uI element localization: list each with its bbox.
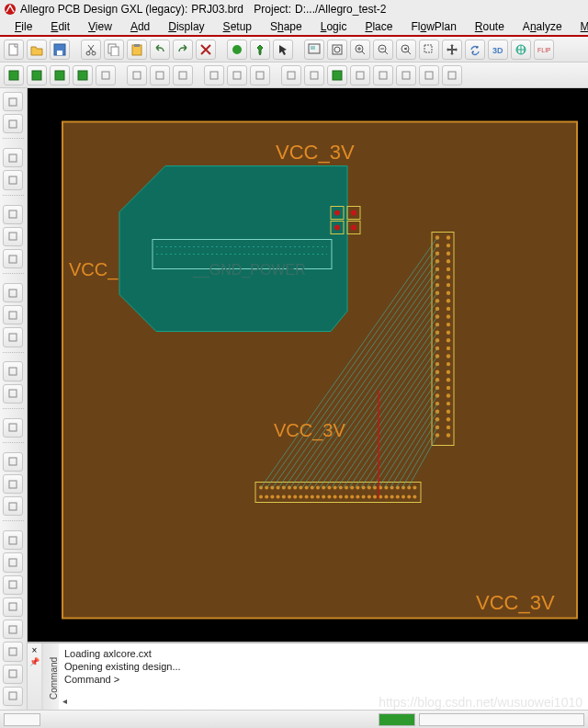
ruler-a[interactable]	[3, 148, 23, 167]
target[interactable]	[227, 65, 247, 85]
copy[interactable]	[104, 40, 124, 60]
board-outline[interactable]	[96, 65, 116, 85]
layer-pin[interactable]	[50, 65, 70, 85]
redo[interactable]	[173, 40, 193, 60]
cut[interactable]	[81, 40, 101, 60]
flip[interactable]: FLIP	[534, 40, 554, 60]
menu-edit[interactable]: Edit	[41, 18, 79, 35]
pcb-canvas[interactable]: VCC_3V VCC_ __GND_POWER VCC_3V VCC_3V	[28, 88, 588, 642]
layer-stack[interactable]	[327, 65, 347, 85]
scroll-left-icon[interactable]: ◂	[62, 695, 67, 708]
layer-via[interactable]	[73, 65, 93, 85]
new-file[interactable]	[4, 40, 24, 60]
zoom-area[interactable]	[419, 40, 439, 60]
menu-route[interactable]: Route	[466, 18, 514, 35]
ortho[interactable]	[3, 249, 23, 268]
menu-view[interactable]: View	[79, 18, 121, 35]
ruler-b[interactable]	[3, 170, 23, 189]
svg-point-147	[299, 495, 302, 499]
pick[interactable]	[204, 65, 224, 85]
snap-grid[interactable]	[3, 227, 23, 246]
svg-point-139	[277, 495, 280, 499]
trace-c[interactable]	[3, 327, 23, 347]
rail-2[interactable]	[3, 552, 23, 572]
pan[interactable]	[442, 40, 462, 60]
command-log[interactable]: Loading axlcore.cxt Opening existing des…	[59, 643, 588, 710]
menu-add[interactable]: Add	[121, 18, 159, 35]
shape-fill[interactable]	[150, 65, 170, 85]
line-a[interactable]	[3, 418, 23, 438]
grid-dots[interactable]	[127, 65, 147, 85]
palette2[interactable]	[304, 65, 324, 85]
svg-point-100	[447, 314, 450, 318]
layer-top[interactable]	[4, 65, 24, 85]
rail-4[interactable]	[3, 597, 23, 617]
menu-setup[interactable]: Setup	[214, 18, 261, 35]
block-a[interactable]	[3, 452, 23, 472]
zoom-prev[interactable]	[396, 40, 416, 60]
zoom-out[interactable]	[373, 40, 393, 60]
export[interactable]	[442, 65, 462, 85]
zoom-in[interactable]	[350, 40, 370, 60]
svg-text:FLIP: FLIP	[537, 47, 550, 53]
mode-a[interactable]	[3, 92, 23, 111]
svg-rect-58	[9, 559, 17, 566]
confirm[interactable]	[227, 40, 247, 60]
globe[interactable]	[511, 40, 531, 60]
window-zoom[interactable]	[304, 40, 324, 60]
command-tab[interactable]: Command	[42, 643, 59, 710]
menu-analyze[interactable]: Analyze	[514, 18, 571, 35]
svg-point-111	[435, 362, 439, 366]
pin[interactable]	[250, 40, 270, 60]
select-mode[interactable]	[173, 65, 193, 85]
grid2[interactable]	[250, 65, 270, 85]
svg-point-167	[356, 495, 359, 499]
shape-rect[interactable]	[396, 65, 416, 85]
text-a[interactable]	[3, 474, 23, 494]
trace-b[interactable]	[3, 305, 23, 324]
close-icon[interactable]: ×	[32, 645, 38, 655]
meas-b[interactable]	[3, 384, 23, 404]
svg-point-161	[339, 495, 343, 499]
pin-icon[interactable]: 📌	[29, 657, 40, 666]
menu-display[interactable]: Display	[159, 18, 213, 35]
menu-flowplan[interactable]: FlowPlan	[401, 18, 465, 35]
flip2[interactable]	[350, 65, 370, 85]
svg-point-137	[270, 495, 274, 499]
save-file[interactable]	[50, 40, 70, 60]
rail-8[interactable]	[3, 687, 23, 706]
iso-3d[interactable]: 3D	[488, 40, 508, 60]
menu-manufacture[interactable]: Manufacture	[571, 18, 588, 35]
rail-6[interactable]	[3, 642, 23, 661]
trace-a[interactable]	[3, 283, 23, 302]
palette3[interactable]	[373, 65, 393, 85]
odb[interactable]	[419, 65, 439, 85]
snap[interactable]	[3, 205, 23, 224]
undo[interactable]	[150, 40, 170, 60]
svg-point-82	[447, 244, 450, 247]
rail-7[interactable]	[3, 665, 23, 684]
svg-rect-29	[179, 72, 187, 79]
menu-shape[interactable]: Shape	[261, 18, 311, 35]
file-name: PRJ03.brd	[191, 3, 243, 16]
rail-3[interactable]	[3, 575, 23, 595]
rail-1[interactable]	[3, 530, 23, 550]
mode-b[interactable]	[3, 114, 23, 133]
menu-logic[interactable]: Logic	[311, 18, 356, 35]
menu-file[interactable]: File	[6, 18, 41, 35]
paste[interactable]	[127, 40, 147, 60]
command-panel: × 📌 Command Loading axlcore.cxt Opening …	[28, 642, 588, 710]
open-file[interactable]	[27, 40, 47, 60]
cmd-prompt[interactable]: Command >	[64, 673, 582, 686]
palette1[interactable]	[281, 65, 301, 85]
delete[interactable]	[196, 40, 216, 60]
zoom-fit[interactable]	[327, 40, 347, 60]
layer-bot[interactable]	[27, 65, 47, 85]
rail-5[interactable]	[3, 620, 23, 639]
meas-a[interactable]	[3, 361, 23, 381]
refresh[interactable]	[465, 40, 485, 60]
cursor[interactable]	[273, 40, 293, 60]
menu-place[interactable]: Place	[356, 18, 401, 35]
status-seg-ready	[379, 713, 415, 726]
text-ab[interactable]	[3, 496, 23, 516]
